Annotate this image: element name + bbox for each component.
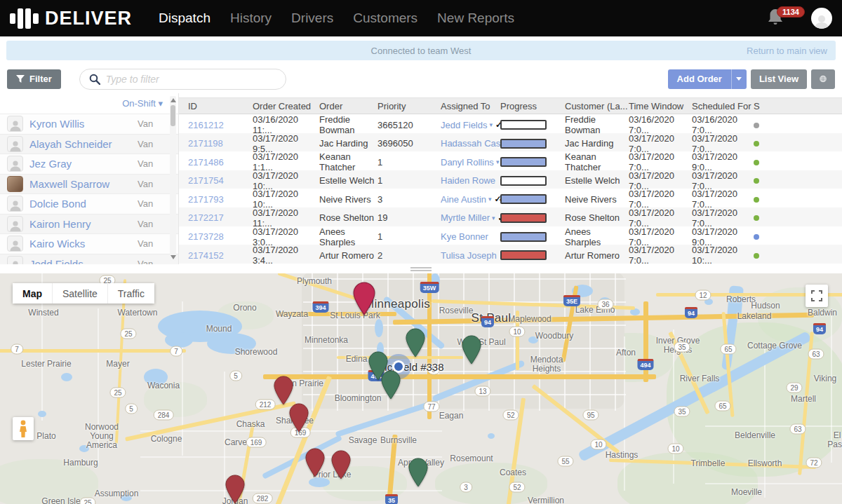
chevron-down-icon[interactable]: ▾	[488, 196, 492, 203]
assigned-driver-link[interactable]: Aine Austin	[441, 194, 486, 205]
col-header-customer-la-[interactable]: Customer (La...	[565, 101, 629, 111]
order-id-link[interactable]: 2171486	[188, 157, 224, 168]
map-pin-green[interactable]	[462, 335, 481, 367]
table-row[interactable]: 217148603/17/2020 1:1...Keanan Thatcher1…	[179, 151, 842, 170]
map-pin-green[interactable]	[381, 370, 401, 402]
panel-resize-handle[interactable]	[410, 267, 432, 273]
scroll-up-icon[interactable]	[171, 98, 176, 102]
assigned-driver-link[interactable]: Haiden Rowe	[441, 175, 495, 186]
order-id-link[interactable]: 2171754	[188, 175, 224, 186]
pegman-control[interactable]	[13, 417, 34, 440]
col-header-progress[interactable]: Progress	[500, 101, 565, 111]
assigned-driver-link[interactable]: Tulisa Joseph	[441, 250, 497, 261]
chevron-down-icon[interactable]: ▾	[496, 158, 500, 165]
map-pin-red[interactable]	[305, 448, 325, 480]
map-pin-red[interactable]	[289, 403, 309, 435]
route-shield: 494	[637, 359, 653, 370]
scroll-down-icon[interactable]	[171, 255, 176, 259]
map-pin-red[interactable]	[225, 475, 245, 504]
col-header-priority[interactable]: Priority	[377, 101, 441, 111]
assigned-driver-link[interactable]: Jedd Fields	[441, 120, 487, 130]
table-row[interactable]: 216121203/16/2020 11:...Freddie Bowman36…	[179, 114, 842, 133]
list-view-button[interactable]: List View	[751, 69, 807, 89]
driver-row[interactable]: Dolcie BondVan	[0, 194, 178, 214]
chevron-down-icon[interactable]: ▾	[489, 121, 493, 128]
connection-message: Connected to team West	[371, 46, 472, 56]
notifications-button[interactable]: 1134	[766, 7, 800, 29]
top-navbar: DELIVER DispatchHistoryDriversCustomersN…	[0, 0, 842, 36]
nav-drivers[interactable]: Drivers	[281, 11, 343, 26]
route-shield: 13	[474, 386, 490, 397]
time-window-cell: 03/17/2020 7:0...	[629, 207, 692, 229]
col-header-id[interactable]: ID	[179, 101, 253, 111]
order-id-link[interactable]: 2171793	[188, 194, 224, 205]
filter-button[interactable]: Filter	[7, 69, 61, 89]
map-view-button[interactable]	[811, 69, 835, 89]
scrollbar-thumb[interactable]	[171, 105, 175, 126]
nav-dispatch[interactable]: Dispatch	[149, 11, 220, 26]
col-header-assigned-to[interactable]: Assigned To	[441, 101, 500, 111]
driver-name[interactable]: Dolcie Bond	[29, 198, 86, 210]
assigned-driver-link[interactable]: Kye Bonner	[441, 231, 488, 242]
driver-name[interactable]: Jez Gray	[29, 158, 72, 170]
table-row[interactable]: 217119803/17/2020 9:5...Jac Harding36960…	[179, 133, 842, 152]
col-header-order[interactable]: Order	[319, 101, 377, 111]
add-order-dropdown-button[interactable]	[731, 69, 747, 89]
order-id-link[interactable]: 2161212	[188, 120, 224, 130]
driver-name[interactable]: Jedd Fields	[29, 258, 83, 264]
map-type-map[interactable]: Map	[13, 283, 52, 304]
driver-row[interactable]: Jedd FieldsVan	[0, 254, 178, 265]
map-pin-crimson[interactable]	[353, 282, 375, 318]
driver-row[interactable]: Jez GrayVan	[0, 154, 178, 175]
col-header-scheduled-for[interactable]: Scheduled For	[692, 101, 754, 111]
table-row[interactable]: 217415203/17/2020 3:4...Artur Romero2Tul…	[179, 245, 842, 264]
driver-row[interactable]: Kairo WicksVan	[0, 234, 178, 254]
order-id-link[interactable]: 2172217	[188, 212, 224, 223]
table-row[interactable]: 217175403/17/2020 10:...Estelle Welch1Ha…	[179, 170, 842, 189]
on-shift-sort[interactable]: On-Shift ▾	[122, 98, 163, 109]
add-order-button[interactable]: Add Order	[668, 69, 731, 89]
col-header-s[interactable]: S	[754, 101, 842, 111]
driver-name[interactable]: Kairon Henry	[29, 218, 91, 230]
nav-customers[interactable]: Customers	[343, 11, 427, 26]
return-to-main-view-link[interactable]: Return to main view	[747, 46, 827, 56]
assigned-driver-link[interactable]: Danyl Rollins	[441, 157, 494, 168]
person-icon	[9, 159, 22, 171]
driver-row[interactable]: Kyron WillisVan	[0, 114, 178, 135]
map-label-moeville: Moeville	[731, 488, 762, 497]
table-row[interactable]: 217221703/17/2020 11:...Rose Shelton19My…	[179, 207, 842, 226]
assigned-driver-link[interactable]: Myrtle Miller	[441, 212, 490, 223]
map-label-lakeland: Lakeland	[737, 312, 772, 321]
nav-new-reports[interactable]: New Reports	[427, 11, 524, 26]
order-id-link[interactable]: 2171198	[188, 138, 223, 149]
driver-name[interactable]: Maxwell Sparrow	[29, 178, 109, 190]
order-id-link[interactable]: 2174152	[188, 250, 224, 261]
order-id-link[interactable]: 2173728	[188, 231, 224, 242]
map-pin-green[interactable]	[408, 458, 428, 490]
col-header-time-window[interactable]: Time Window	[629, 101, 692, 111]
map-label-winsted: Winsted	[28, 308, 58, 318]
map-canvas[interactable]: WinstedWatertownPlymouthOronoWayzataSt L…	[0, 273, 842, 504]
route-shield: 94	[685, 307, 697, 318]
map-label-plato: Plato	[36, 432, 55, 441]
col-header-order-created[interactable]: Order Created	[253, 101, 319, 111]
nav-history[interactable]: History	[220, 11, 281, 26]
fullscreen-button[interactable]	[806, 285, 828, 307]
table-row[interactable]: 217372803/17/2020 3:0...Anees Sharples1K…	[179, 226, 842, 245]
table-row[interactable]: 217179303/17/2020 10:...Neive Rivers3Ain…	[179, 189, 842, 207]
drivers-scrollbar[interactable]	[170, 96, 176, 261]
brand-logo[interactable]: DELIVER	[10, 6, 132, 30]
driver-row[interactable]: Alayah SchneiderVan	[0, 135, 178, 155]
driver-name[interactable]: Kyron Willis	[29, 118, 84, 130]
chevron-down-icon[interactable]: ▾	[492, 214, 495, 222]
map-pin-green[interactable]	[406, 328, 425, 360]
driver-row[interactable]: Kairon HenryVan	[0, 214, 178, 235]
driver-name[interactable]: Alayah Schneider	[29, 138, 112, 150]
user-avatar[interactable]	[811, 8, 832, 29]
driver-row[interactable]: Maxwell SparrowVan	[0, 175, 178, 195]
driver-name[interactable]: Kairo Wicks	[29, 238, 85, 250]
search-input[interactable]	[106, 74, 276, 85]
map-pin-red[interactable]	[331, 450, 351, 482]
map-type-satellite[interactable]: Satellite	[52, 283, 107, 304]
map-type-traffic[interactable]: Traffic	[107, 283, 154, 304]
